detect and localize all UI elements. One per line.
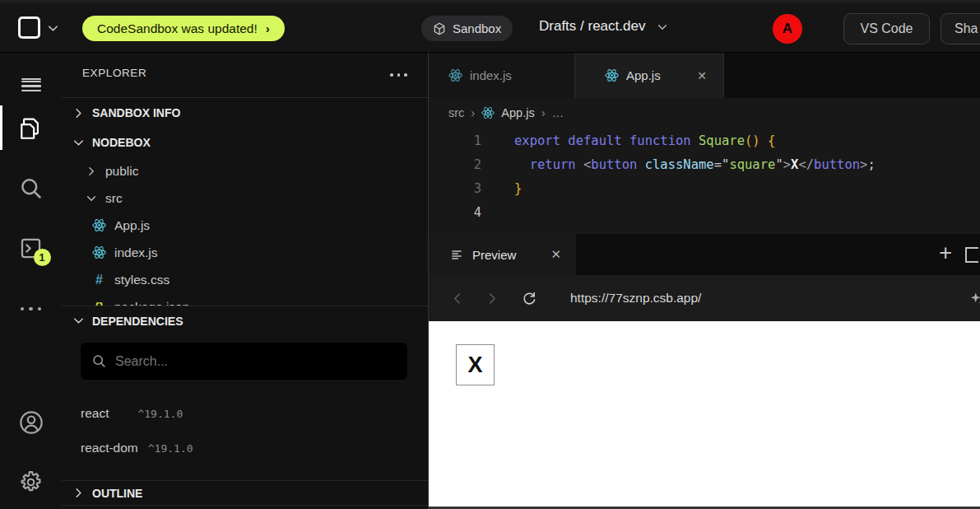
tree-item-stylescss[interactable]: # styles.css	[62, 266, 428, 293]
line-number-active: 4	[429, 201, 481, 225]
back-icon[interactable]	[450, 292, 464, 306]
project-breadcrumb-label: Drafts / react.dev	[539, 18, 645, 35]
dependency-name: react	[81, 406, 109, 421]
dependency-search-input[interactable]	[115, 354, 396, 369]
section-label: SANDBOX INFO	[92, 106, 180, 119]
sparkle-icon[interactable]	[969, 291, 980, 310]
search-icon[interactable]	[19, 176, 44, 201]
search-icon	[92, 354, 106, 368]
chevron-down-icon	[72, 315, 85, 327]
tab-indexjs[interactable]: index.js	[429, 53, 574, 98]
section-dependencies[interactable]: DEPENDENCIES	[62, 306, 428, 335]
section-outline[interactable]: OUTLINE	[62, 480, 428, 506]
chevron-right-icon: ›	[541, 105, 546, 119]
tab-label: Preview	[472, 248, 516, 262]
sandbox-badge-label: Sandbox	[453, 21, 501, 35]
tree-item-appjs[interactable]: App.js	[62, 212, 428, 239]
close-icon[interactable]: ✕	[550, 247, 561, 262]
cube-icon	[433, 22, 446, 35]
sandbox-badge[interactable]: Sandbox	[421, 16, 513, 41]
codesandbox-logo[interactable]	[18, 16, 40, 39]
section-nodebox[interactable]: NODEBOX	[62, 128, 428, 157]
code-editor[interactable]: 1 2 3 4 export default function Square()…	[429, 127, 980, 234]
main-area: 1 EXPLORER SANDBOX INFO	[0, 53, 980, 509]
tree-item-public[interactable]: public	[62, 157, 428, 184]
file-label: index.js	[114, 245, 158, 260]
new-tab-icon[interactable]: +	[939, 242, 952, 264]
menu-icon[interactable]	[19, 67, 44, 91]
editor-tab-strip: index.js App.js ✕	[429, 53, 980, 98]
chevron-right-icon	[72, 107, 85, 119]
more-views-icon[interactable]	[19, 297, 44, 321]
breadcrumb-tail[interactable]: …	[552, 106, 564, 119]
react-icon	[448, 68, 462, 82]
account-icon[interactable]	[19, 410, 44, 435]
project-breadcrumb[interactable]: Drafts / react.dev	[539, 18, 668, 35]
split-view-icon[interactable]	[965, 247, 978, 263]
chevron-down-icon	[657, 21, 668, 33]
dependency-row-react[interactable]: react ^19.1.0	[81, 406, 183, 421]
tree-item-indexjs[interactable]: index.js	[62, 239, 428, 266]
active-view-indicator	[0, 105, 2, 150]
top-bar: CodeSandbox was updated! › Sandbox Draft…	[0, 0, 980, 53]
chevron-right-icon	[72, 487, 85, 499]
explorer-icon[interactable]	[19, 116, 44, 141]
react-icon	[92, 245, 106, 259]
dependency-version: ^19.1.0	[148, 442, 193, 455]
file-label: styles.css	[114, 273, 170, 287]
breadcrumb-file[interactable]: App.js	[501, 106, 534, 119]
file-label: App.js	[114, 218, 150, 233]
tab-label: App.js	[626, 68, 661, 82]
explorer-header: EXPLORER	[62, 53, 428, 92]
refresh-icon[interactable]	[521, 290, 537, 306]
dependency-row-react-dom[interactable]: react-dom ^19.1.0	[81, 441, 193, 455]
forward-icon[interactable]	[485, 292, 499, 306]
tab-preview[interactable]: Preview ✕	[429, 234, 576, 275]
workspace-menu-chevron-icon[interactable]	[47, 22, 59, 35]
line-number: 2	[429, 153, 481, 177]
url-address[interactable]: https://77sznp.csb.app/	[570, 291, 701, 306]
section-label: NODEBOX	[92, 136, 151, 149]
react-icon	[92, 218, 106, 232]
tree-item-packagejson[interactable]: {} package.json	[62, 293, 428, 306]
close-icon[interactable]: ✕	[697, 69, 707, 82]
folder-label: public	[105, 164, 139, 179]
avatar[interactable]: A	[773, 14, 802, 44]
css-icon: #	[92, 273, 106, 287]
section-sandbox-info[interactable]: SANDBOX INFO	[62, 97, 428, 128]
dependency-name: react-dom	[81, 441, 138, 455]
square-app-button[interactable]: X	[456, 344, 495, 385]
preview-list-icon	[451, 249, 463, 261]
line-number: 3	[429, 177, 481, 201]
breadcrumb-root[interactable]: src	[448, 106, 464, 119]
preview-viewport: X	[429, 321, 980, 507]
explorer-more-actions-icon[interactable]	[390, 68, 407, 77]
tab-label: index.js	[470, 68, 512, 82]
dependency-version: ^19.1.0	[137, 408, 183, 420]
update-banner[interactable]: CodeSandbox was updated! ›	[82, 16, 285, 41]
json-icon: {}	[92, 300, 106, 306]
tree-item-src[interactable]: src	[62, 184, 428, 212]
update-banner-label: CodeSandbox was updated!	[97, 21, 258, 36]
activity-bar: 1	[0, 53, 62, 509]
preview-tab-strip: Preview ✕ +	[429, 234, 980, 275]
react-icon	[481, 106, 495, 119]
terminal-count-badge: 1	[34, 249, 51, 266]
vscode-button[interactable]: VS Code	[843, 13, 930, 44]
folder-label: src	[105, 191, 123, 206]
preview-strip-actions: +	[939, 234, 980, 275]
code-lines: export default function Square() { retur…	[481, 127, 875, 234]
section-label: OUTLINE	[92, 487, 142, 500]
browser-bar: https://77sznp.csb.app/	[429, 275, 980, 321]
chevron-down-icon	[86, 193, 97, 204]
explorer-sidebar: EXPLORER SANDBOX INFO NODEBOX public src	[62, 53, 429, 509]
terminal-icon[interactable]: 1	[19, 236, 44, 260]
avatar-letter: A	[783, 21, 792, 37]
tab-appjs[interactable]: App.js ✕	[574, 53, 724, 98]
file-label: package.json	[114, 300, 189, 306]
settings-gear-icon[interactable]	[19, 469, 44, 494]
chevron-right-icon: ›	[266, 21, 270, 35]
breadcrumb[interactable]: src › App.js › …	[429, 98, 980, 127]
share-button[interactable]: Sha	[941, 13, 980, 44]
chevron-right-icon: ›	[471, 105, 475, 119]
